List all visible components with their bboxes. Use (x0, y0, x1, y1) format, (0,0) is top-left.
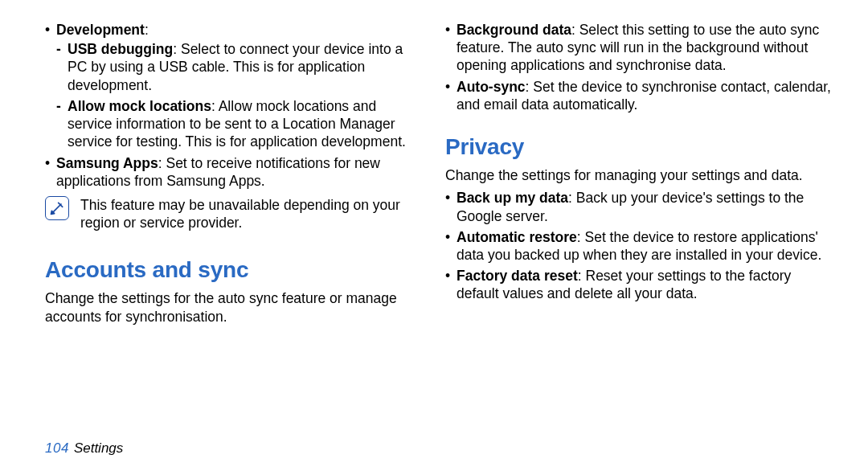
dev-item: Development: USB debugging: Select to co… (45, 21, 421, 151)
privacy-heading: Privacy (445, 134, 836, 160)
backup-item: Back up my data: Back up your device's s… (445, 189, 836, 224)
sync-list: Background data: Select this setting to … (445, 21, 836, 117)
footer: 104 Settings (45, 440, 123, 457)
left-column: Development: USB debugging: Select to co… (45, 21, 440, 457)
right-column: Background data: Select this setting to … (440, 21, 836, 457)
dev-sublist: USB debugging: Select to connect your de… (56, 40, 421, 150)
accounts-sync-heading: Accounts and sync (45, 257, 421, 283)
accounts-sync-intro: Change the settings for the auto sync fe… (45, 289, 421, 325)
samsung-apps-item: Samsung Apps: Set to receive notificatio… (45, 154, 421, 190)
privacy-intro: Change the settings for managing your se… (445, 166, 836, 184)
mock-locations-term: Allow mock locations (68, 98, 211, 114)
usb-debugging-item: USB debugging: Select to connect your de… (56, 40, 421, 94)
auto-sync-item: Auto-sync: Set the device to synchronise… (445, 78, 836, 113)
reset-item: Factory data reset: Reset your settings … (445, 267, 836, 302)
note-row: This feature may be unavailable dependin… (45, 196, 421, 231)
note-icon (45, 196, 69, 220)
page-body: Development: USB debugging: Select to co… (0, 0, 868, 471)
background-data-item: Background data: Select this setting to … (445, 21, 836, 75)
dev-list: Development: USB debugging: Select to co… (45, 21, 421, 193)
samsung-apps-term: Samsung Apps (56, 155, 158, 171)
mock-locations-item: Allow mock locations: Allow mock locatio… (56, 97, 421, 151)
development-heading: Development (56, 22, 145, 38)
privacy-list: Back up my data: Back up your device's s… (445, 189, 836, 305)
usb-debugging-term: USB debugging (68, 41, 173, 57)
footer-label: Settings (74, 440, 123, 457)
background-data-term: Background data (457, 22, 571, 38)
backup-term: Back up my data (457, 190, 568, 206)
page-number: 104 (45, 440, 69, 457)
auto-sync-term: Auto-sync (457, 79, 526, 95)
reset-term: Factory data reset (457, 268, 578, 284)
note-text: This feature may be unavailable dependin… (80, 196, 421, 231)
restore-item: Automatic restore: Set the device to res… (445, 228, 836, 264)
restore-term: Automatic restore (457, 229, 577, 245)
